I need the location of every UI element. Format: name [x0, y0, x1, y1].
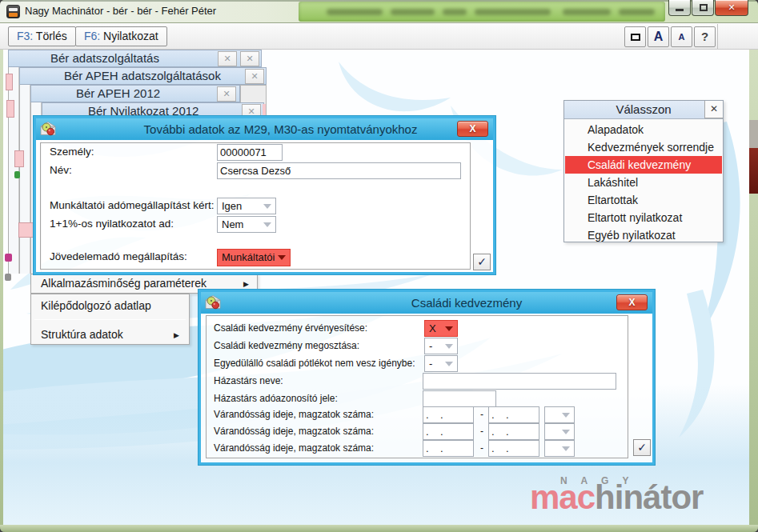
varandossag-label: Várandósság ideje, magzatok száma: — [214, 426, 374, 437]
nyilatkozat-label: 1+1%-os nyilatkozatot ad: — [50, 218, 174, 230]
confirm-button[interactable]: ✓ — [633, 439, 651, 456]
app-icon-orange-bar — [9, 13, 18, 17]
list-item-eltartottak[interactable]: Eltartottak — [565, 191, 722, 209]
frame-gray-segment — [749, 120, 758, 148]
chevron-down-icon — [263, 222, 271, 227]
varandossag-to-input[interactable] — [488, 406, 539, 423]
close-icon[interactable]: ✕ — [217, 86, 236, 102]
help-button[interactable]: ? — [694, 26, 716, 47]
dialog-header[interactable]: Családi kedvezmény X — [201, 292, 652, 314]
blur-blob — [443, 9, 467, 15]
close-icon[interactable]: ✕ — [218, 51, 237, 66]
mdi-titlebar-ber-apeh-adatszolgaltatasok[interactable]: Bér APEH adatszolgáltatások ✕ — [19, 67, 267, 85]
app-icon-white-bar — [9, 8, 18, 11]
window-frame-bottom — [0, 525, 758, 532]
megosztas-dropdown[interactable]: - — [424, 338, 458, 354]
blurred-desktop-glass — [299, 2, 665, 22]
dropdown-value: Munkáltatói — [222, 251, 275, 263]
date-range-dash: - — [477, 409, 487, 420]
dropdown-value: Igen — [222, 200, 242, 212]
f3-delete-button[interactable]: F3: Törlés — [8, 26, 76, 46]
pink-fragment — [6, 100, 14, 118]
mdi-titlebar-ber-adatszolgaltatas[interactable]: Bér adatszolgáltatás ✕ ✕ — [8, 50, 262, 67]
menu-item-struktura[interactable]: Struktúra adatok — [41, 326, 123, 343]
list-item-egyeb-nyilatkozat[interactable]: Egyéb nyilatkozat — [565, 226, 722, 244]
dropdown-value: Nem — [222, 218, 243, 230]
ervenyesites-dropdown[interactable]: X — [424, 320, 458, 337]
window-frame-left — [0, 50, 3, 526]
varandossag-to-input[interactable] — [488, 423, 539, 440]
close-icon[interactable]: X — [616, 294, 648, 310]
blur-blob — [327, 9, 383, 15]
chevron-down-icon — [562, 446, 570, 451]
varandossag-label: Várandósság ideje, magzatok száma: — [214, 409, 374, 420]
list-item-lakashitel[interactable]: Lakáshitel — [565, 174, 722, 191]
gray-mini-icon — [5, 274, 11, 281]
f3-key-label: F3: — [17, 30, 33, 42]
hazastars-ado-input[interactable] — [423, 390, 496, 407]
close-icon[interactable]: ✕ — [245, 69, 264, 84]
szemely-label: Személy: — [50, 146, 94, 158]
minimize-button[interactable] — [668, 0, 691, 16]
logo-machinator-text: machinátor — [530, 478, 703, 517]
varandossag-from-input[interactable] — [423, 440, 474, 457]
toolbar-separator — [717, 24, 718, 49]
varandossag-from-input[interactable] — [423, 406, 474, 423]
list-item-eltartott-nyilatkozat[interactable]: Eltartott nyilatkozat — [565, 209, 722, 226]
window-titlebar[interactable]: Nagy Machinátor - bér - bér - Fehér Péte… — [0, 0, 758, 23]
submenu-arrow-icon: ▶ — [174, 331, 179, 339]
list-item-kedvezmenyek-sorrendje[interactable]: Kedvezmények sorrendje — [565, 138, 722, 156]
dialog-csaladi-kedvezmeny: Családi kedvezmény X Családi kedvezmény … — [199, 290, 655, 465]
close-button[interactable]: ✕ — [715, 0, 748, 16]
jovedelemado-dropdown[interactable]: Munkáltatói — [217, 249, 291, 266]
nev-label: Név: — [50, 164, 72, 176]
nyilatkozat-dropdown[interactable]: Nem — [217, 216, 276, 233]
font-larger-button[interactable]: A — [648, 26, 669, 47]
confirm-button[interactable]: ✓ — [473, 254, 491, 270]
window-title: Nagy Machinátor - bér - bér - Fehér Péte… — [25, 0, 216, 23]
adomegallapitas-dropdown[interactable]: Igen — [217, 198, 276, 214]
magzatok-szama-dropdown[interactable] — [544, 423, 575, 440]
f6-label: Nyilatkozat — [100, 30, 158, 42]
hazastars-nev-input[interactable] — [423, 373, 616, 390]
blur-blob — [391, 9, 435, 15]
blur-blob — [563, 9, 611, 15]
close-icon[interactable]: X — [457, 121, 488, 137]
logo-accent-part: mac — [530, 478, 595, 516]
nev-input[interactable] — [217, 162, 461, 179]
close-icon[interactable]: ✕ — [704, 101, 723, 118]
chevron-down-icon — [263, 204, 271, 209]
f6-key-label: F6: — [84, 30, 100, 42]
maximize-button[interactable] — [692, 0, 714, 16]
chevron-down-icon — [445, 326, 453, 331]
adomegallapitas-label: Munkáltatói adómegállapítást kért: — [50, 199, 215, 211]
varandossag-to-input[interactable] — [488, 440, 539, 457]
egyedulallo-dropdown[interactable]: - — [424, 355, 458, 372]
f6-statement-button[interactable]: F6: Nyilatkozat — [75, 26, 167, 46]
varandossag-from-input[interactable] — [423, 423, 474, 440]
hazastars-ado-label: Házastárs adóazonosító jele: — [214, 393, 338, 404]
close-icon[interactable]: ✕ — [240, 51, 259, 66]
dialog-body: Személy: Név: Munkáltatói adómegállapítá… — [36, 140, 493, 272]
menu-item-kilepodolgozo[interactable]: Kilépődolgozó adatlap — [41, 297, 151, 314]
list-item-csaladi-kedvezmeny-selected[interactable]: Családi kedvezmény — [565, 156, 722, 174]
dialog-header[interactable]: További adatok az M29, M30-as nyomtatván… — [36, 118, 493, 140]
magzatok-szama-dropdown[interactable] — [544, 406, 575, 423]
szemely-input[interactable] — [217, 144, 283, 161]
pink-fragment — [14, 150, 24, 167]
dropdown-value: X — [429, 322, 436, 334]
font-smaller-button[interactable]: A — [671, 26, 692, 47]
window-style-button[interactable] — [624, 26, 646, 47]
application-window: N A G Y machinátor Nagy Machinátor - bér… — [0, 0, 758, 532]
chevron-down-icon — [562, 413, 570, 418]
magzatok-szama-dropdown[interactable] — [544, 440, 575, 457]
chevron-down-icon — [562, 430, 570, 434]
dropdown-value: - — [429, 340, 432, 352]
menu-item-alkalmazasminoseg[interactable]: Alkalmazásminőség paraméterek — [41, 274, 207, 293]
egyedulallo-label: Egyedülálló családi pótlékot nem vesz ig… — [214, 358, 415, 369]
mdi-window-body-strip — [8, 67, 19, 274]
mdi-titlebar-ber-apeh-2012[interactable]: Bér APEH 2012 ✕ — [30, 85, 240, 102]
list-item-alapadatok[interactable]: Alapadatok — [565, 121, 722, 138]
date-range-dash: - — [477, 442, 487, 454]
mdi-window-title: Bér adatszolgáltatás — [50, 51, 159, 65]
